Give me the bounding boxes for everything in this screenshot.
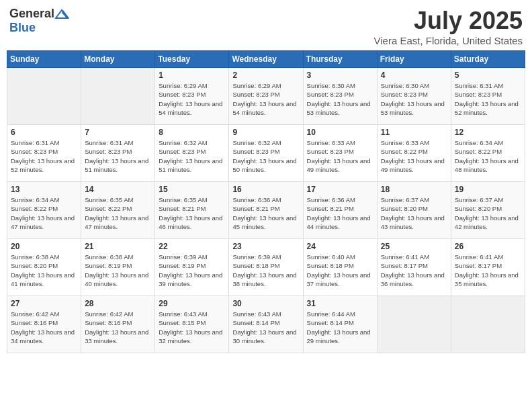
day-sun-info: Sunrise: 6:43 AMSunset: 8:15 PMDaylight:… [159,310,225,345]
day-number: 27 [11,299,77,308]
day-sun-info: Sunrise: 6:33 AMSunset: 8:22 PMDaylight:… [381,138,447,174]
calendar-cell: 18Sunrise: 6:37 AMSunset: 8:20 PMDayligh… [377,182,451,239]
day-sun-info: Sunrise: 6:44 AMSunset: 8:14 PMDaylight:… [307,310,373,345]
calendar-cell: 30Sunrise: 6:43 AMSunset: 8:14 PMDayligh… [229,296,303,353]
day-sun-info: Sunrise: 6:38 AMSunset: 8:19 PMDaylight:… [85,253,151,288]
calendar-table: SundayMondayTuesdayWednesdayThursdayFrid… [7,50,525,353]
weekday-row: SundayMondayTuesdayWednesdayThursdayFrid… [7,51,525,68]
calendar-cell: 11Sunrise: 6:33 AMSunset: 8:22 PMDayligh… [377,125,451,182]
day-sun-info: Sunrise: 6:41 AMSunset: 8:17 PMDaylight:… [455,253,521,288]
calendar-cell [7,68,81,125]
day-sun-info: Sunrise: 6:42 AMSunset: 8:16 PMDaylight:… [85,310,151,345]
calendar-cell: 6Sunrise: 6:31 AMSunset: 8:23 PMDaylight… [7,125,81,182]
day-number: 2 [232,71,299,80]
day-number: 7 [85,128,151,137]
calendar-cell: 4Sunrise: 6:30 AMSunset: 8:23 PMDaylight… [377,68,451,125]
location-subtitle: Viera East, Florida, United States [374,35,523,46]
calendar-header: SundayMondayTuesdayWednesdayThursdayFrid… [7,51,525,68]
weekday-header-wednesday: Wednesday [229,51,303,68]
calendar-body: 1Sunrise: 6:29 AMSunset: 8:23 PMDaylight… [7,68,525,353]
day-sun-info: Sunrise: 6:31 AMSunset: 8:23 PMDaylight:… [455,81,521,117]
day-number: 17 [307,185,373,194]
calendar-cell [451,296,525,353]
day-sun-info: Sunrise: 6:43 AMSunset: 8:14 PMDaylight:… [232,310,299,345]
calendar-cell: 23Sunrise: 6:39 AMSunset: 8:18 PMDayligh… [229,239,303,296]
day-number: 26 [455,242,521,251]
calendar-cell: 9Sunrise: 6:32 AMSunset: 8:23 PMDaylight… [229,125,303,182]
day-sun-info: Sunrise: 6:34 AMSunset: 8:22 PMDaylight:… [455,138,521,174]
calendar-cell: 31Sunrise: 6:44 AMSunset: 8:14 PMDayligh… [303,296,377,353]
calendar-week-5: 27Sunrise: 6:42 AMSunset: 8:16 PMDayligh… [7,296,525,353]
day-number: 10 [307,128,373,137]
day-number: 13 [11,185,77,194]
calendar-cell: 19Sunrise: 6:37 AMSunset: 8:20 PMDayligh… [451,182,525,239]
day-sun-info: Sunrise: 6:31 AMSunset: 8:23 PMDaylight:… [85,138,151,174]
calendar-cell [81,68,155,125]
day-number: 8 [159,128,225,137]
calendar-cell: 17Sunrise: 6:36 AMSunset: 8:21 PMDayligh… [303,182,377,239]
calendar-week-4: 20Sunrise: 6:38 AMSunset: 8:20 PMDayligh… [7,239,525,296]
day-sun-info: Sunrise: 6:36 AMSunset: 8:21 PMDaylight:… [232,195,299,231]
calendar-week-2: 6Sunrise: 6:31 AMSunset: 8:23 PMDaylight… [7,125,525,182]
day-sun-info: Sunrise: 6:30 AMSunset: 8:23 PMDaylight:… [307,81,373,117]
calendar-cell: 20Sunrise: 6:38 AMSunset: 8:20 PMDayligh… [7,239,81,296]
day-sun-info: Sunrise: 6:32 AMSunset: 8:23 PMDaylight:… [232,138,299,174]
calendar-cell: 29Sunrise: 6:43 AMSunset: 8:15 PMDayligh… [155,296,229,353]
calendar-cell: 26Sunrise: 6:41 AMSunset: 8:17 PMDayligh… [451,239,525,296]
calendar-cell: 21Sunrise: 6:38 AMSunset: 8:19 PMDayligh… [81,239,155,296]
calendar-cell: 22Sunrise: 6:39 AMSunset: 8:19 PMDayligh… [155,239,229,296]
day-number: 20 [11,242,77,251]
day-sun-info: Sunrise: 6:41 AMSunset: 8:17 PMDaylight:… [381,253,447,288]
day-sun-info: Sunrise: 6:30 AMSunset: 8:23 PMDaylight:… [381,81,447,117]
day-sun-info: Sunrise: 6:37 AMSunset: 8:20 PMDaylight:… [381,195,447,231]
day-number: 3 [307,71,373,80]
day-number: 21 [85,242,151,251]
weekday-header-sunday: Sunday [7,51,81,68]
day-number: 6 [11,128,77,137]
day-number: 28 [85,299,151,308]
calendar-cell: 14Sunrise: 6:35 AMSunset: 8:22 PMDayligh… [81,182,155,239]
month-year-title: July 2025 [374,7,523,35]
calendar-cell: 8Sunrise: 6:32 AMSunset: 8:23 PMDaylight… [155,125,229,182]
calendar-week-3: 13Sunrise: 6:34 AMSunset: 8:22 PMDayligh… [7,182,525,239]
calendar-cell: 1Sunrise: 6:29 AMSunset: 8:23 PMDaylight… [155,68,229,125]
day-sun-info: Sunrise: 6:40 AMSunset: 8:18 PMDaylight:… [307,253,373,288]
logo-icon [54,9,69,19]
svg-marker-1 [62,10,69,18]
day-number: 5 [455,71,521,80]
day-number: 18 [381,185,447,194]
day-sun-info: Sunrise: 6:29 AMSunset: 8:23 PMDaylight:… [232,81,299,117]
day-sun-info: Sunrise: 6:42 AMSunset: 8:16 PMDaylight:… [11,310,77,345]
page-header: General Blue July 2025 Viera East, Flori… [7,7,525,46]
weekday-header-friday: Friday [377,51,451,68]
day-number: 31 [307,299,373,308]
calendar-cell [377,296,451,353]
calendar-cell: 27Sunrise: 6:42 AMSunset: 8:16 PMDayligh… [7,296,81,353]
day-number: 16 [232,185,299,194]
day-number: 24 [307,242,373,251]
day-number: 25 [381,242,447,251]
day-number: 11 [381,128,447,137]
day-sun-info: Sunrise: 6:36 AMSunset: 8:21 PMDaylight:… [307,195,373,231]
day-sun-info: Sunrise: 6:39 AMSunset: 8:19 PMDaylight:… [159,253,225,288]
day-number: 23 [232,242,299,251]
day-number: 30 [232,299,299,308]
calendar-cell: 10Sunrise: 6:33 AMSunset: 8:23 PMDayligh… [303,125,377,182]
day-sun-info: Sunrise: 6:33 AMSunset: 8:23 PMDaylight:… [307,138,373,174]
logo: General Blue [9,7,69,35]
day-sun-info: Sunrise: 6:35 AMSunset: 8:22 PMDaylight:… [85,195,151,231]
calendar-cell: 3Sunrise: 6:30 AMSunset: 8:23 PMDaylight… [303,68,377,125]
weekday-header-saturday: Saturday [451,51,525,68]
day-sun-info: Sunrise: 6:34 AMSunset: 8:22 PMDaylight:… [11,195,77,231]
day-number: 9 [232,128,299,137]
day-sun-info: Sunrise: 6:29 AMSunset: 8:23 PMDaylight:… [159,81,225,117]
calendar-cell: 7Sunrise: 6:31 AMSunset: 8:23 PMDaylight… [81,125,155,182]
day-number: 15 [159,185,225,194]
day-number: 22 [159,242,225,251]
day-sun-info: Sunrise: 6:38 AMSunset: 8:20 PMDaylight:… [11,253,77,288]
calendar-cell: 28Sunrise: 6:42 AMSunset: 8:16 PMDayligh… [81,296,155,353]
day-sun-info: Sunrise: 6:31 AMSunset: 8:23 PMDaylight:… [11,138,77,174]
day-sun-info: Sunrise: 6:35 AMSunset: 8:21 PMDaylight:… [159,195,225,231]
day-sun-info: Sunrise: 6:32 AMSunset: 8:23 PMDaylight:… [159,138,225,174]
weekday-header-thursday: Thursday [303,51,377,68]
